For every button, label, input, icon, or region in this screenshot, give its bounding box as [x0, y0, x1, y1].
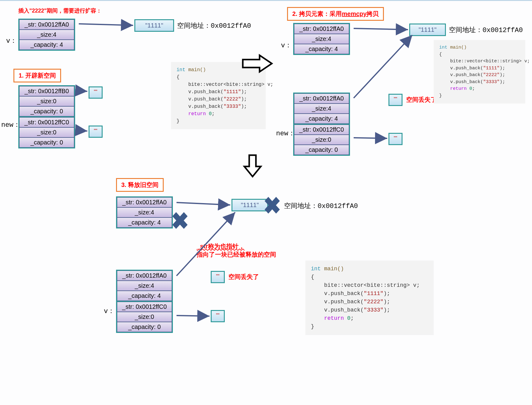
str: "1111": [483, 66, 500, 71]
panel2-lost: 空间丢失了: [406, 96, 437, 104]
panel1-empty-2: "": [89, 126, 103, 138]
panel1-table-b: _str: 0x0012ffB0 _size:0 _capacity: 0: [18, 85, 75, 117]
str: "3333": [483, 79, 500, 85]
line: );: [241, 97, 247, 102]
tbl-row-str: _str: 0x0012ffA0: [294, 93, 349, 104]
line: bite::vector<bite::string> v;: [439, 59, 530, 64]
panel2-empty-1: "": [388, 94, 403, 106]
panel1-new-stack: _str: 0x0012ffB0 _size:0 _capacity: 0 _s…: [18, 85, 75, 148]
ret: return: [177, 111, 209, 117]
tbl-row-str: _str: 0x0012ffA0: [117, 271, 172, 281]
line: ;: [351, 315, 354, 321]
big-arrow-right-icon: [241, 53, 275, 74]
tbl-row-cap: _capacity: 0: [294, 145, 349, 155]
svg-line-8: [177, 316, 210, 316]
svg-line-6: [177, 203, 230, 205]
panel1-v-label: v：: [6, 36, 17, 45]
line: );: [241, 89, 247, 95]
code-block-2: int main() { bite::vector<bite::string> …: [434, 40, 525, 104]
panel2-table-v: _str: 0x0012ffA0 _size:4 _capacity: 4: [293, 23, 350, 55]
fn: main(): [185, 67, 206, 73]
tag-step1: 1. 开辟新空间: [13, 69, 61, 82]
panel3-addr: 空间地址：0x0012ffA0: [284, 201, 358, 210]
str: "3333": [364, 307, 384, 313]
brace: {: [177, 75, 180, 80]
tbl-row-cap: _capacity: 4: [294, 44, 349, 54]
str: "3333": [224, 104, 241, 109]
ret: return: [311, 315, 347, 321]
tbl-row-cap: _capacity: 4: [117, 217, 172, 228]
panel1-addr: 空间地址：0x0012ffA0: [177, 21, 251, 30]
txt-underline: memcpy: [342, 10, 366, 17]
num: 0: [347, 315, 351, 321]
tbl-row-str: _str: 0x0012ffB0: [19, 86, 74, 96]
line: v.push_back(: [177, 89, 224, 95]
svg-line-2: [79, 130, 87, 131]
line: v.push_back(: [311, 299, 364, 305]
panel2-table-c2: _str: 0x0012ffC0 _size:0 _capacity: 0: [293, 124, 350, 156]
panel3-lost: 空间丢失了: [228, 273, 259, 281]
svg-line-1: [79, 91, 87, 91]
tbl-row-size: _size:4: [294, 104, 349, 114]
line: );: [384, 307, 390, 313]
kw: int: [439, 45, 447, 50]
svg-line-4: [354, 35, 412, 98]
tbl-row-str: _str: 0x0012ffC0: [117, 302, 172, 312]
panel2-val-1111: "1111": [409, 24, 446, 36]
kw: int: [311, 266, 321, 272]
tbl-row-size: _size:4: [19, 30, 74, 40]
panel2-new-stack: _str: 0x0012ffA0 _size:4 _capacity: 4 _s…: [293, 93, 350, 156]
str: "1111": [224, 89, 241, 95]
brace: {: [311, 274, 314, 280]
line: );: [241, 104, 247, 109]
txt: 2. 拷贝元素：采用: [292, 10, 342, 17]
tbl-row-size: _size:0: [117, 312, 172, 322]
panel3-empty-2: "": [211, 310, 225, 322]
diagram-canvas: 插入"2222"期间，需要进行扩容： v： _str: 0x0012ffA0 _…: [0, 0, 532, 405]
svg-line-0: [79, 24, 133, 25]
panel2-addr: 空间地址：0x0012ffA0: [449, 25, 523, 35]
brace: }: [311, 323, 314, 330]
panel3-note1: _str称为也指针， 指向了一块已经被释放的空间: [197, 242, 276, 259]
tbl-row-size: _size:0: [19, 127, 74, 137]
tbl-row-cap: _capacity: 4: [117, 291, 172, 301]
tbl-row-size: _size:4: [117, 207, 172, 217]
line: );: [500, 66, 505, 71]
ret: return: [439, 86, 469, 91]
panel1-table-c: _str: 0x0012ffC0 _size:0 _capacity: 0: [18, 116, 75, 148]
line: ;: [212, 111, 215, 117]
brace: }: [439, 93, 442, 98]
panel3-val-1111: "1111": [231, 199, 268, 211]
num: 0: [209, 111, 212, 117]
big-arrow-down-icon: [242, 154, 263, 178]
tbl-row-size: _size:4: [294, 34, 349, 44]
line: v.push_back(: [439, 66, 483, 71]
tbl-row-cap: _capacity: 4: [294, 114, 349, 124]
line: v.push_back(: [177, 104, 224, 109]
txt: 拷贝: [366, 10, 379, 17]
brace: {: [439, 52, 442, 57]
line: bite::vector<bite::string> v;: [311, 282, 420, 288]
line: v.push_back(: [439, 72, 483, 78]
brace: }: [177, 119, 180, 124]
tag-step2: 2. 拷贝元素：采用memcpy拷贝: [287, 7, 384, 21]
tbl-row-str: _str: 0x0012ffC0: [294, 125, 349, 135]
str: "2222": [224, 97, 241, 102]
panel1-val-1111: "1111": [134, 19, 174, 32]
svg-line-5: [354, 138, 387, 138]
line: bite::vector<bite::string> v;: [177, 82, 273, 87]
tbl-row-str: _str: 0x0012ffA0: [19, 20, 74, 30]
panel1-table-v: _str: 0x0012ffA0 _size:4 _capacity: 4: [18, 19, 75, 51]
num: 0: [469, 86, 472, 91]
note-line1: _str称为也指针，: [197, 243, 245, 250]
line: );: [500, 79, 505, 85]
line: ;: [472, 86, 475, 91]
panel2-v-label: v：: [281, 41, 292, 50]
tbl-row-size: _size:0: [19, 96, 74, 106]
line: );: [500, 72, 505, 78]
str: "1111": [364, 290, 384, 297]
tbl-row-cap: _capacity: 0: [117, 322, 172, 332]
tag-step3: 3. 释放旧空间: [116, 178, 164, 192]
tbl-row-size: _size:0: [294, 135, 349, 145]
panel3-table-c2: _str: 0x0012ffC0 _size:0 _capacity: 0: [116, 301, 173, 333]
